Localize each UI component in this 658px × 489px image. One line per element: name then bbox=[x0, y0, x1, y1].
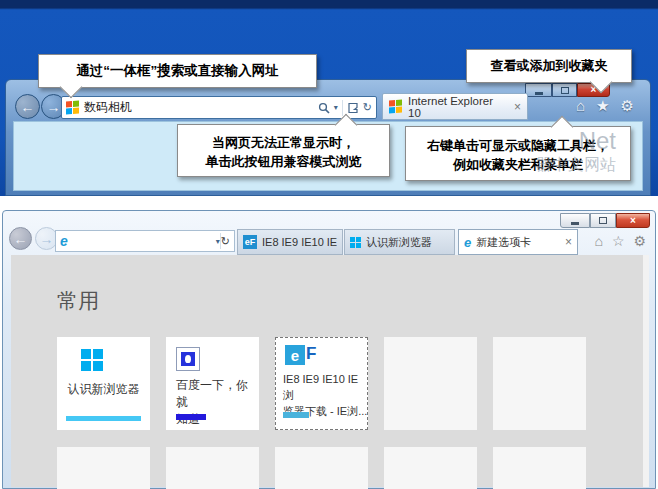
callout-compat-line2: 单击此按钮用兼容模式浏览 bbox=[178, 152, 389, 171]
tile-baidu[interactable]: 百度一下，你就 知道 bbox=[166, 337, 259, 430]
tile-accent-bar bbox=[176, 414, 206, 420]
callout-compat-line1: 当网页无法正常显示时， bbox=[178, 133, 389, 152]
back-arrow-icon: ← bbox=[14, 231, 28, 247]
refresh-icon[interactable]: ↻ bbox=[363, 102, 372, 113]
callout-compatibility: 当网页无法正常显示时， 单击此按钮用兼容模式浏览 bbox=[177, 124, 390, 177]
tile-empty[interactable] bbox=[384, 447, 477, 489]
tile-accent-bar bbox=[66, 416, 141, 421]
tile-empty[interactable] bbox=[493, 447, 586, 489]
back-button[interactable]: ← bbox=[15, 94, 40, 119]
callout-favorites-text: 查看或添加到收藏夹 bbox=[491, 58, 608, 73]
tab-new-tab-active[interactable]: e 新建选项卡 × bbox=[458, 229, 578, 255]
tab-meet-new-browser[interactable]: 认识新浏览器 bbox=[344, 229, 455, 255]
desktop-background: × ← → 数码相机 ▾ ↻ bbox=[0, 0, 658, 196]
tab-title: IE8 IE9 IE10 IE浏览... bbox=[262, 235, 337, 250]
tab-title: 新建选项卡 bbox=[476, 235, 560, 250]
tab-close-icon[interactable]: × bbox=[514, 100, 521, 114]
tab-ie-download[interactable]: eF IE8 IE9 IE10 IE浏览... bbox=[237, 229, 343, 255]
home-icon[interactable]: ⌂ bbox=[576, 97, 585, 115]
tab-title: 认识新浏览器 bbox=[366, 235, 449, 250]
callout-toolbar-bold2: 菜单栏 bbox=[544, 157, 583, 172]
back-arrow-icon: ← bbox=[21, 99, 35, 115]
back-button[interactable]: ← bbox=[9, 227, 32, 250]
address-bar[interactable]: e ▾ ↻ bbox=[55, 230, 235, 252]
ef-logo-icon: eF bbox=[285, 345, 316, 365]
page-favicon-windows-flag-icon bbox=[66, 101, 79, 115]
tile-empty[interactable] bbox=[493, 337, 586, 430]
address-bar[interactable]: 数码相机 ▾ ↻ bbox=[61, 96, 377, 119]
callout-omnibox: 通过“一体框”搜索或直接输入网址 bbox=[38, 54, 317, 88]
close-button[interactable]: × bbox=[616, 213, 650, 228]
close-icon: × bbox=[630, 216, 636, 226]
tile-meet-new-browser[interactable]: 认识新浏览器 bbox=[57, 337, 150, 430]
ie-logo-icon: e bbox=[60, 234, 68, 248]
tab-internet-explorer-10[interactable]: Internet Explorer 10 × bbox=[382, 93, 528, 120]
browser-toolbar: ⌂ ☆ ⚙ bbox=[594, 233, 646, 249]
tile-empty[interactable] bbox=[57, 447, 150, 489]
windows-logo-favicon-icon bbox=[350, 237, 361, 248]
window-controls: × bbox=[560, 213, 650, 228]
tile-label-line1: IE8 IE9 IE10 IE浏 bbox=[283, 371, 368, 403]
tile-empty[interactable] bbox=[384, 337, 477, 430]
maximize-icon bbox=[599, 217, 607, 224]
forward-arrow-icon: → bbox=[47, 99, 61, 115]
maximize-button[interactable] bbox=[590, 213, 616, 228]
divider bbox=[342, 100, 343, 116]
minimize-icon bbox=[535, 92, 543, 95]
callout-favorites: 查看或添加到收藏夹 bbox=[466, 49, 632, 83]
home-icon[interactable]: ⌂ bbox=[594, 233, 602, 249]
favorites-star-icon[interactable]: ★ bbox=[596, 97, 609, 115]
callout-toolbar-bold1: 收藏夹栏 bbox=[479, 157, 531, 172]
compatibility-view-icon[interactable] bbox=[347, 102, 359, 114]
settings-gear-icon[interactable]: ⚙ bbox=[633, 233, 646, 249]
browser-toolbar: ⌂ ★ ⚙ bbox=[576, 97, 634, 115]
section-title: 常用 bbox=[57, 287, 99, 315]
tile-empty[interactable] bbox=[275, 447, 368, 489]
ie10-newtab-window: × ← → e ▾ ↻ eF IE8 IE9 IE10 IE浏览... 认识新浏… bbox=[2, 210, 656, 489]
screenshot-root: × ← → 数码相机 ▾ ↻ bbox=[0, 0, 658, 489]
refresh-icon[interactable]: ↻ bbox=[221, 236, 230, 247]
forward-arrow-icon: → bbox=[40, 231, 54, 247]
tile-accent-bar bbox=[283, 412, 309, 418]
callout-toolbar-prefix: 例如 bbox=[453, 157, 479, 172]
favorites-star-icon[interactable]: ☆ bbox=[612, 233, 625, 249]
tile-label-line1: 百度一下，你就 bbox=[176, 377, 259, 411]
address-text[interactable]: 数码相机 bbox=[84, 99, 318, 116]
minimize-button[interactable] bbox=[525, 83, 552, 97]
search-icon[interactable] bbox=[318, 102, 330, 114]
tile-ie-download[interactable]: eF IE8 IE9 IE10 IE浏 览器下载 - IE浏... bbox=[275, 337, 368, 430]
tab-close-icon[interactable]: × bbox=[565, 235, 572, 249]
search-dropdown-icon[interactable]: ▾ bbox=[334, 103, 338, 112]
windows-logo-icon bbox=[81, 349, 103, 371]
callout-toolbar-line2: 例如收藏夹栏和菜单栏 bbox=[406, 155, 630, 174]
tile-label: 百度一下，你就 知道 bbox=[176, 377, 259, 428]
maximize-button[interactable] bbox=[552, 83, 577, 97]
callout-toolbar-mid: 和 bbox=[531, 157, 544, 172]
frequent-sites-grid: 认识新浏览器 百度一下，你就 知道 eF IE8 IE9 IE10 IE浏 bbox=[57, 337, 586, 489]
ie-logo-icon: e bbox=[464, 236, 471, 249]
callout-toolbar-line1: 右键单击可显示或隐藏工具栏， bbox=[406, 136, 630, 155]
scrollbar-track[interactable] bbox=[643, 255, 649, 487]
callout-toolbars: 右键单击可显示或隐藏工具栏， 例如收藏夹栏和菜单栏 bbox=[405, 126, 631, 181]
tile-empty[interactable] bbox=[166, 447, 259, 489]
tab-title: Internet Explorer 10 bbox=[408, 95, 508, 119]
maximize-icon bbox=[561, 87, 569, 94]
minimize-button[interactable] bbox=[560, 213, 590, 228]
baidu-paw-icon bbox=[176, 347, 200, 371]
newtab-page-content: 常用 认识新浏览器 百度一下，你就 知道 eF bbox=[11, 255, 643, 487]
tile-label: 认识新浏览器 bbox=[57, 381, 150, 398]
callout-omnibox-text: 通过“一体框”搜索或直接输入网址 bbox=[76, 63, 279, 78]
minimize-icon bbox=[571, 222, 579, 225]
settings-gear-icon[interactable]: ⚙ bbox=[621, 97, 634, 115]
ef-favicon-icon: eF bbox=[243, 235, 257, 249]
tab-favicon-windows-flag-icon bbox=[389, 100, 402, 114]
